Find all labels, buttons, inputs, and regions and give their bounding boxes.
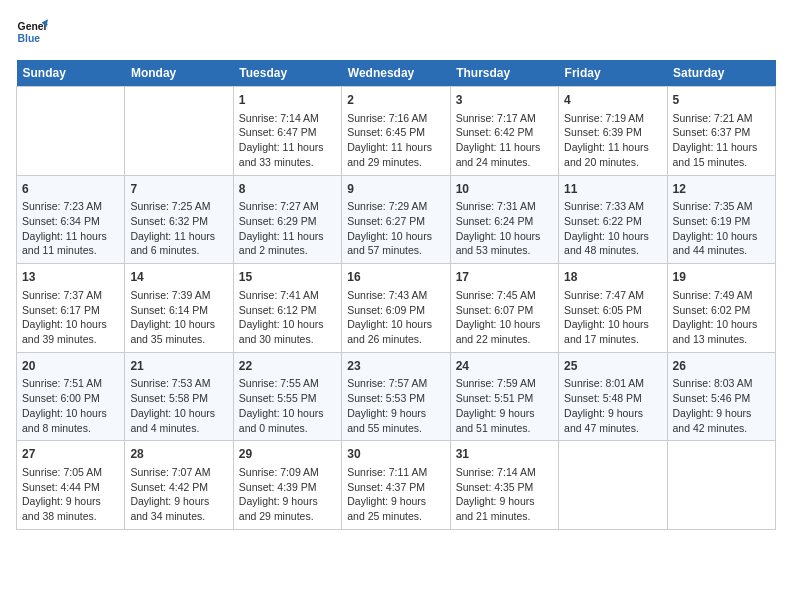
day-info: Sunrise: 7:53 AM Sunset: 5:58 PM Dayligh… [130, 376, 227, 435]
day-info: Sunrise: 7:35 AM Sunset: 6:19 PM Dayligh… [673, 199, 770, 258]
day-number: 8 [239, 181, 336, 198]
day-info: Sunrise: 7:33 AM Sunset: 6:22 PM Dayligh… [564, 199, 661, 258]
header-cell-monday: Monday [125, 60, 233, 87]
day-cell: 10Sunrise: 7:31 AM Sunset: 6:24 PM Dayli… [450, 175, 558, 264]
day-cell: 26Sunrise: 8:03 AM Sunset: 5:46 PM Dayli… [667, 352, 775, 441]
day-cell: 19Sunrise: 7:49 AM Sunset: 6:02 PM Dayli… [667, 264, 775, 353]
day-info: Sunrise: 7:14 AM Sunset: 6:47 PM Dayligh… [239, 111, 336, 170]
day-cell: 11Sunrise: 7:33 AM Sunset: 6:22 PM Dayli… [559, 175, 667, 264]
day-cell: 15Sunrise: 7:41 AM Sunset: 6:12 PM Dayli… [233, 264, 341, 353]
day-cell: 2Sunrise: 7:16 AM Sunset: 6:45 PM Daylig… [342, 87, 450, 176]
day-number: 9 [347, 181, 444, 198]
calendar-table: SundayMondayTuesdayWednesdayThursdayFrid… [16, 60, 776, 530]
day-cell: 17Sunrise: 7:45 AM Sunset: 6:07 PM Dayli… [450, 264, 558, 353]
day-number: 20 [22, 358, 119, 375]
logo-icon: General Blue [16, 16, 48, 48]
header-cell-thursday: Thursday [450, 60, 558, 87]
day-info: Sunrise: 7:14 AM Sunset: 4:35 PM Dayligh… [456, 465, 553, 524]
day-info: Sunrise: 7:45 AM Sunset: 6:07 PM Dayligh… [456, 288, 553, 347]
day-number: 10 [456, 181, 553, 198]
week-row-5: 27Sunrise: 7:05 AM Sunset: 4:44 PM Dayli… [17, 441, 776, 530]
day-number: 30 [347, 446, 444, 463]
day-number: 25 [564, 358, 661, 375]
day-info: Sunrise: 8:01 AM Sunset: 5:48 PM Dayligh… [564, 376, 661, 435]
day-number: 7 [130, 181, 227, 198]
day-cell: 30Sunrise: 7:11 AM Sunset: 4:37 PM Dayli… [342, 441, 450, 530]
day-info: Sunrise: 7:21 AM Sunset: 6:37 PM Dayligh… [673, 111, 770, 170]
day-cell [667, 441, 775, 530]
day-number: 11 [564, 181, 661, 198]
day-info: Sunrise: 7:57 AM Sunset: 5:53 PM Dayligh… [347, 376, 444, 435]
page-header: General Blue [16, 16, 776, 48]
day-info: Sunrise: 8:03 AM Sunset: 5:46 PM Dayligh… [673, 376, 770, 435]
day-cell [559, 441, 667, 530]
header-row: SundayMondayTuesdayWednesdayThursdayFrid… [17, 60, 776, 87]
day-info: Sunrise: 7:37 AM Sunset: 6:17 PM Dayligh… [22, 288, 119, 347]
day-number: 6 [22, 181, 119, 198]
day-info: Sunrise: 7:59 AM Sunset: 5:51 PM Dayligh… [456, 376, 553, 435]
day-number: 21 [130, 358, 227, 375]
day-cell: 28Sunrise: 7:07 AM Sunset: 4:42 PM Dayli… [125, 441, 233, 530]
day-cell: 25Sunrise: 8:01 AM Sunset: 5:48 PM Dayli… [559, 352, 667, 441]
day-info: Sunrise: 7:51 AM Sunset: 6:00 PM Dayligh… [22, 376, 119, 435]
day-cell: 29Sunrise: 7:09 AM Sunset: 4:39 PM Dayli… [233, 441, 341, 530]
day-number: 27 [22, 446, 119, 463]
day-info: Sunrise: 7:16 AM Sunset: 6:45 PM Dayligh… [347, 111, 444, 170]
day-info: Sunrise: 7:11 AM Sunset: 4:37 PM Dayligh… [347, 465, 444, 524]
day-number: 5 [673, 92, 770, 109]
day-info: Sunrise: 7:41 AM Sunset: 6:12 PM Dayligh… [239, 288, 336, 347]
day-cell: 3Sunrise: 7:17 AM Sunset: 6:42 PM Daylig… [450, 87, 558, 176]
day-info: Sunrise: 7:05 AM Sunset: 4:44 PM Dayligh… [22, 465, 119, 524]
day-info: Sunrise: 7:29 AM Sunset: 6:27 PM Dayligh… [347, 199, 444, 258]
header-cell-wednesday: Wednesday [342, 60, 450, 87]
day-cell: 9Sunrise: 7:29 AM Sunset: 6:27 PM Daylig… [342, 175, 450, 264]
day-cell: 14Sunrise: 7:39 AM Sunset: 6:14 PM Dayli… [125, 264, 233, 353]
day-number: 22 [239, 358, 336, 375]
day-cell: 22Sunrise: 7:55 AM Sunset: 5:55 PM Dayli… [233, 352, 341, 441]
day-cell: 24Sunrise: 7:59 AM Sunset: 5:51 PM Dayli… [450, 352, 558, 441]
day-number: 28 [130, 446, 227, 463]
day-info: Sunrise: 7:55 AM Sunset: 5:55 PM Dayligh… [239, 376, 336, 435]
day-info: Sunrise: 7:49 AM Sunset: 6:02 PM Dayligh… [673, 288, 770, 347]
day-info: Sunrise: 7:27 AM Sunset: 6:29 PM Dayligh… [239, 199, 336, 258]
day-cell: 18Sunrise: 7:47 AM Sunset: 6:05 PM Dayli… [559, 264, 667, 353]
week-row-3: 13Sunrise: 7:37 AM Sunset: 6:17 PM Dayli… [17, 264, 776, 353]
day-number: 14 [130, 269, 227, 286]
day-info: Sunrise: 7:19 AM Sunset: 6:39 PM Dayligh… [564, 111, 661, 170]
day-cell: 8Sunrise: 7:27 AM Sunset: 6:29 PM Daylig… [233, 175, 341, 264]
day-info: Sunrise: 7:43 AM Sunset: 6:09 PM Dayligh… [347, 288, 444, 347]
header-cell-sunday: Sunday [17, 60, 125, 87]
header-cell-tuesday: Tuesday [233, 60, 341, 87]
day-number: 12 [673, 181, 770, 198]
day-number: 4 [564, 92, 661, 109]
day-number: 13 [22, 269, 119, 286]
day-number: 1 [239, 92, 336, 109]
day-cell: 20Sunrise: 7:51 AM Sunset: 6:00 PM Dayli… [17, 352, 125, 441]
day-number: 18 [564, 269, 661, 286]
day-number: 15 [239, 269, 336, 286]
day-number: 16 [347, 269, 444, 286]
day-number: 19 [673, 269, 770, 286]
day-cell: 4Sunrise: 7:19 AM Sunset: 6:39 PM Daylig… [559, 87, 667, 176]
day-cell: 12Sunrise: 7:35 AM Sunset: 6:19 PM Dayli… [667, 175, 775, 264]
day-number: 26 [673, 358, 770, 375]
day-cell: 21Sunrise: 7:53 AM Sunset: 5:58 PM Dayli… [125, 352, 233, 441]
day-info: Sunrise: 7:31 AM Sunset: 6:24 PM Dayligh… [456, 199, 553, 258]
day-info: Sunrise: 7:07 AM Sunset: 4:42 PM Dayligh… [130, 465, 227, 524]
day-info: Sunrise: 7:09 AM Sunset: 4:39 PM Dayligh… [239, 465, 336, 524]
day-info: Sunrise: 7:47 AM Sunset: 6:05 PM Dayligh… [564, 288, 661, 347]
week-row-2: 6Sunrise: 7:23 AM Sunset: 6:34 PM Daylig… [17, 175, 776, 264]
header-cell-friday: Friday [559, 60, 667, 87]
day-cell: 27Sunrise: 7:05 AM Sunset: 4:44 PM Dayli… [17, 441, 125, 530]
day-cell: 6Sunrise: 7:23 AM Sunset: 6:34 PM Daylig… [17, 175, 125, 264]
day-number: 3 [456, 92, 553, 109]
day-number: 24 [456, 358, 553, 375]
day-cell: 31Sunrise: 7:14 AM Sunset: 4:35 PM Dayli… [450, 441, 558, 530]
week-row-1: 1Sunrise: 7:14 AM Sunset: 6:47 PM Daylig… [17, 87, 776, 176]
day-cell: 5Sunrise: 7:21 AM Sunset: 6:37 PM Daylig… [667, 87, 775, 176]
day-cell: 7Sunrise: 7:25 AM Sunset: 6:32 PM Daylig… [125, 175, 233, 264]
header-cell-saturday: Saturday [667, 60, 775, 87]
week-row-4: 20Sunrise: 7:51 AM Sunset: 6:00 PM Dayli… [17, 352, 776, 441]
day-number: 23 [347, 358, 444, 375]
day-number: 17 [456, 269, 553, 286]
